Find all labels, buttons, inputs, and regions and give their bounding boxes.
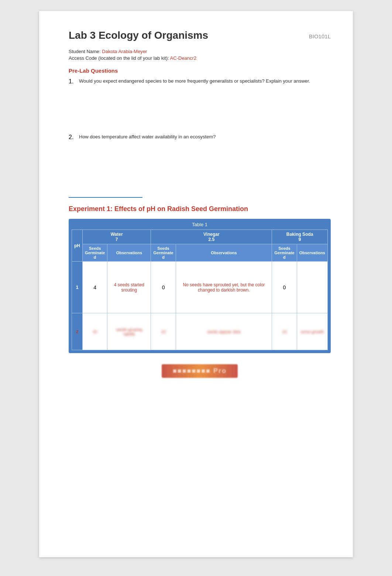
day1-baking-obs bbox=[297, 262, 327, 313]
watermark: ■■■■■■■■ Pro bbox=[162, 364, 238, 378]
question-2-text: How does temperature affect water availa… bbox=[79, 134, 216, 139]
question-2-answer-space bbox=[69, 142, 331, 186]
question-1-text: Would you expect endangered species to b… bbox=[79, 78, 310, 84]
vinegar-label: Vinegar bbox=[153, 232, 269, 237]
question-1-answer-space bbox=[69, 86, 331, 130]
table-row-day1: 1 4 4 seeds started srouting 0 No seeds … bbox=[72, 262, 328, 313]
course-code: BIO101L bbox=[309, 33, 331, 39]
day1-vinegar-seeds: 0 bbox=[151, 262, 176, 313]
experiment-title: Experiment 1: Effects of pH on Radish Se… bbox=[69, 205, 331, 213]
day2-baking-seeds: 10 bbox=[272, 313, 297, 350]
day1-vinegar-obs: No seeds have sprouted yet, but the colo… bbox=[176, 262, 272, 313]
data-table: pH Water 7 Vinegar 2.5 Baking Soda 9 bbox=[72, 230, 328, 350]
student-name: Dakota Arabia-Meyer bbox=[102, 49, 147, 54]
table-container: Table 1 pH Water 7 Vinegar 2.5 Baking So… bbox=[69, 219, 331, 353]
water-label: Water bbox=[85, 232, 148, 237]
ph-header: pH bbox=[72, 230, 83, 262]
vinegar-ph: 2.5 bbox=[153, 237, 269, 242]
day1-water-obs: 4 seeds started srouting bbox=[107, 262, 151, 313]
page: Lab 3 Ecology of Organisms BIO101L Stude… bbox=[39, 11, 353, 557]
prelab-section-title: Pre-Lab Questions bbox=[69, 68, 331, 74]
water-obs-header: Observations bbox=[107, 244, 151, 262]
access-label: Access Code (located on the lid of your … bbox=[69, 55, 169, 61]
day2-water-obs: seeds growing rapidly bbox=[107, 313, 151, 350]
section-divider bbox=[69, 197, 142, 198]
header: Lab 3 Ecology of Organisms BIO101L bbox=[69, 30, 331, 41]
watermark-area: ■■■■■■■■ Pro bbox=[69, 364, 331, 378]
access-line: Access Code (located on the lid of your … bbox=[69, 55, 331, 61]
water-seeds-header: SeedsGerminated bbox=[83, 244, 107, 262]
water-group-header: Water 7 bbox=[83, 230, 151, 244]
water-ph: 7 bbox=[85, 237, 148, 242]
day2-baking-obs: some growth bbox=[297, 313, 327, 350]
day1-baking-seeds: 0 bbox=[272, 262, 297, 313]
table-row-day2: 2 10 seeds growing rapidly 10 seeds appe… bbox=[72, 313, 328, 350]
vinegar-group-header: Vinegar 2.5 bbox=[151, 230, 272, 244]
day2-vinegar-seeds: 10 bbox=[151, 313, 176, 350]
baking-ph: 9 bbox=[274, 237, 325, 242]
table-caption: Table 1 bbox=[72, 222, 328, 227]
day2-water-seeds: 10 bbox=[83, 313, 107, 350]
vinegar-obs-header: Observations bbox=[176, 244, 272, 262]
baking-obs-header: Observations bbox=[297, 244, 327, 262]
access-code: AC-Deancr2 bbox=[170, 55, 197, 61]
table-sub-header-row: SeedsGerminated Observations SeedsGermin… bbox=[72, 244, 328, 262]
student-label: Student Name: bbox=[69, 49, 101, 54]
day2-vinegar-obs: seeds appear dark bbox=[176, 313, 272, 350]
table-group-header-row: pH Water 7 Vinegar 2.5 Baking Soda 9 bbox=[72, 230, 328, 244]
baking-seeds-header: SeedsGerminated bbox=[272, 244, 297, 262]
student-line: Student Name: Dakota Arabia-Meyer bbox=[69, 49, 331, 54]
baking-label: Baking Soda bbox=[274, 232, 325, 237]
question-2-num: 2. bbox=[69, 134, 76, 141]
question-2-block: 2. How does temperature affect water ava… bbox=[69, 134, 331, 142]
day1-label: 1 bbox=[72, 262, 83, 313]
vinegar-seeds-header: SeedsGerminated bbox=[151, 244, 176, 262]
baking-group-header: Baking Soda 9 bbox=[272, 230, 328, 244]
day2-label: 2 bbox=[72, 313, 83, 350]
page-title: Lab 3 Ecology of Organisms bbox=[69, 30, 208, 41]
day1-water-seeds: 4 bbox=[83, 262, 107, 313]
meta-section: Student Name: Dakota Arabia-Meyer Access… bbox=[69, 49, 331, 61]
question-1-block: 1. Would you expect endangered species t… bbox=[69, 78, 331, 86]
question-1-num: 1. bbox=[69, 78, 76, 85]
